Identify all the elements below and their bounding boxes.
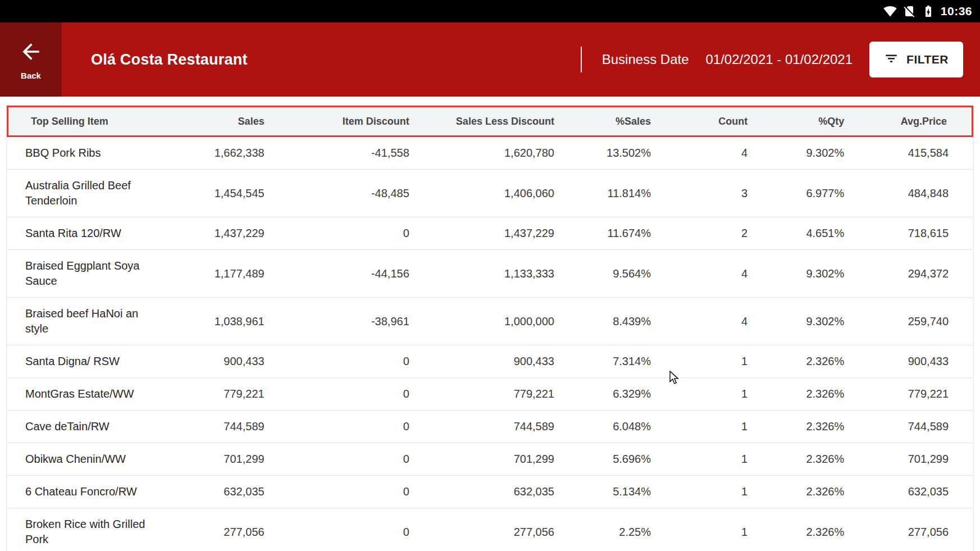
filter-icon <box>884 51 899 69</box>
column-header-pct-sales[interactable]: %Sales <box>558 106 654 137</box>
cell-pct-qty: 2.326% <box>751 443 847 476</box>
back-arrow-icon <box>19 39 43 66</box>
cell-count: 3 <box>654 170 751 217</box>
column-header-top-selling-item[interactable]: Top Selling Item <box>7 106 161 137</box>
cell-count: 4 <box>654 250 751 298</box>
cell-count: 1 <box>654 476 751 508</box>
table-row: Broken Rice with Grilled Pork 277,056 0 … <box>7 508 973 551</box>
column-header-sales[interactable]: Sales <box>161 106 267 137</box>
cell-item-discount: 0 <box>268 443 413 476</box>
cell-item: MontGras Estate/WW <box>7 378 161 411</box>
cell-item-discount: 0 <box>268 217 413 250</box>
cell-avg-price: 779,221 <box>847 378 973 411</box>
cell-pct-sales: 2.25% <box>558 508 654 551</box>
cell-avg-price: 632,035 <box>847 476 973 508</box>
table-row: Australia Grilled Beef Tenderloin 1,454,… <box>7 170 973 217</box>
cell-item: Santa Rita 120/RW <box>7 217 161 250</box>
cell-sales-less-discount: 1,406,060 <box>413 170 558 217</box>
business-date[interactable]: Business Date 01/02/2021 - 01/02/2021 <box>602 52 853 67</box>
cell-pct-sales: 6.329% <box>558 378 654 411</box>
cell-item: Cave deTain/RW <box>7 411 161 443</box>
cell-sales: 1,662,338 <box>161 137 267 170</box>
cell-pct-sales: 9.564% <box>558 250 654 298</box>
business-date-label: Business Date <box>602 52 689 67</box>
table-row: Santa Rita 120/RW 1,437,229 0 1,437,229 … <box>7 217 973 250</box>
cell-pct-sales: 13.502% <box>558 137 654 170</box>
cell-pct-qty: 2.326% <box>751 476 847 508</box>
table-row: Cave deTain/RW 744,589 0 744,589 6.048% … <box>7 411 973 443</box>
column-header-count[interactable]: Count <box>654 106 751 137</box>
cell-pct-sales: 5.696% <box>558 443 654 476</box>
cell-count: 4 <box>654 137 751 170</box>
cell-avg-price: 415,584 <box>847 137 973 170</box>
cell-count: 1 <box>654 508 751 551</box>
cell-sales-less-discount: 779,221 <box>413 378 558 411</box>
table-row: Obikwa Chenin/WW 701,299 0 701,299 5.696… <box>7 443 973 476</box>
top-selling-items-table-wrap: Top Selling Item Sales Item Discount Sal… <box>6 105 974 551</box>
cell-sales: 1,038,961 <box>161 298 267 345</box>
cell-pct-sales: 11.674% <box>558 217 654 250</box>
cell-item-discount: -44,156 <box>268 250 413 298</box>
header-divider <box>581 47 582 72</box>
status-bar: 10:36 <box>0 0 980 22</box>
cell-sales-less-discount: 1,000,000 <box>413 298 558 345</box>
cell-sales: 744,589 <box>161 411 267 443</box>
cell-sales: 1,437,229 <box>161 217 267 250</box>
cell-pct-sales: 7.314% <box>558 345 654 378</box>
cell-item: Broken Rice with Grilled Pork <box>7 508 161 551</box>
top-selling-items-table: Top Selling Item Sales Item Discount Sal… <box>7 106 973 551</box>
cell-sales-less-discount: 701,299 <box>413 443 558 476</box>
table-row: BBQ Pork Ribs 1,662,338 -41,558 1,620,78… <box>7 137 973 170</box>
cell-item-discount: 0 <box>268 508 413 551</box>
cell-sales: 1,177,489 <box>161 250 267 298</box>
report-scroll-area[interactable]: Top Selling Item Sales Item Discount Sal… <box>0 97 980 551</box>
table-row: Braised Eggplant Soya Sauce 1,177,489 -4… <box>7 250 973 298</box>
cell-pct-qty: 2.326% <box>751 508 847 551</box>
cell-item: Braised beef HaNoi an style <box>7 298 161 345</box>
column-header-pct-qty[interactable]: %Qty <box>751 106 847 137</box>
table-row: Braised beef HaNoi an style 1,038,961 -3… <box>7 298 973 345</box>
table-row: MontGras Estate/WW 779,221 0 779,221 6.3… <box>7 378 973 411</box>
cell-pct-qty: 6.977% <box>751 170 847 217</box>
filter-button[interactable]: FILTER <box>869 42 963 78</box>
cell-item-discount: -41,558 <box>268 137 413 170</box>
cell-pct-sales: 11.814% <box>558 170 654 217</box>
cell-pct-qty: 4.651% <box>751 217 847 250</box>
cell-pct-sales: 6.048% <box>558 411 654 443</box>
app-header: Back Olá Costa Restaurant Business Date … <box>0 22 980 97</box>
cell-avg-price: 294,372 <box>847 250 973 298</box>
cell-pct-sales: 5.134% <box>558 476 654 508</box>
cell-sales: 632,035 <box>161 476 267 508</box>
cell-count: 4 <box>654 298 751 345</box>
cell-pct-qty: 2.326% <box>751 378 847 411</box>
cell-avg-price: 900,433 <box>847 345 973 378</box>
cell-pct-sales: 8.439% <box>558 298 654 345</box>
column-header-avg-price[interactable]: Avg.Price <box>847 106 973 137</box>
cell-item: Obikwa Chenin/WW <box>7 443 161 476</box>
cell-sales: 277,056 <box>161 508 267 551</box>
table-row: Santa Digna/ RSW 900,433 0 900,433 7.314… <box>7 345 973 378</box>
cell-pct-qty: 2.326% <box>751 345 847 378</box>
column-header-item-discount[interactable]: Item Discount <box>268 106 413 137</box>
cell-item: Santa Digna/ RSW <box>7 345 161 378</box>
cell-avg-price: 718,615 <box>847 217 973 250</box>
filter-label: FILTER <box>906 53 949 66</box>
cell-item-discount: 0 <box>268 411 413 443</box>
cell-item-discount: -38,961 <box>268 298 413 345</box>
cell-avg-price: 484,848 <box>847 170 973 217</box>
cell-sales: 701,299 <box>161 443 267 476</box>
cell-item-discount: 0 <box>268 476 413 508</box>
cell-sales-less-discount: 744,589 <box>413 411 558 443</box>
business-date-value: 01/02/2021 - 01/02/2021 <box>706 52 853 67</box>
battery-charging-icon <box>922 4 935 18</box>
cell-count: 1 <box>654 378 751 411</box>
cell-avg-price: 701,299 <box>847 443 973 476</box>
cell-pct-qty: 9.302% <box>751 137 847 170</box>
cell-avg-price: 277,056 <box>847 508 973 551</box>
cell-item: 6 Chateau Foncro/RW <box>7 476 161 508</box>
table-body: BBQ Pork Ribs 1,662,338 -41,558 1,620,78… <box>7 137 973 551</box>
cell-item-discount: 0 <box>268 378 413 411</box>
status-time: 10:36 <box>941 4 972 18</box>
back-button[interactable]: Back <box>0 22 62 97</box>
column-header-sales-less-discount[interactable]: Sales Less Discount <box>413 106 558 137</box>
